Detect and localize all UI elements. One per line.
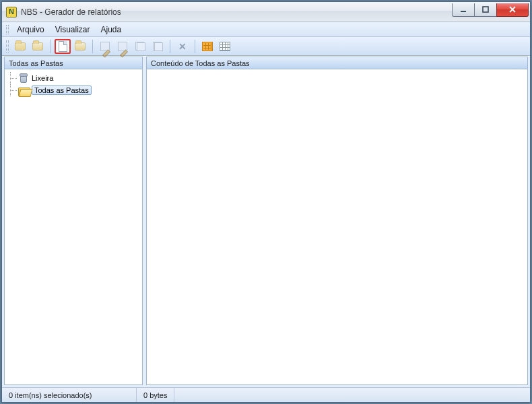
details-icon bbox=[220, 42, 230, 51]
edit-button[interactable] bbox=[97, 39, 113, 54]
svg-rect-0 bbox=[461, 11, 466, 12]
toolbar-grip-icon bbox=[6, 40, 9, 53]
toolbar-separator bbox=[50, 40, 51, 53]
folder-open-icon bbox=[75, 42, 86, 50]
status-selection: 0 item(ns) selecionado(s) bbox=[2, 388, 137, 402]
maximize-button[interactable] bbox=[474, 3, 497, 17]
content-pane-header: Conteúdo de Todas as Pastas bbox=[147, 57, 527, 69]
window-controls bbox=[453, 3, 529, 17]
tree-node-label: Todas as Pastas bbox=[32, 86, 92, 95]
menubar-grip-icon bbox=[6, 25, 9, 34]
title-bar[interactable]: N NBS - Gerador de relatórios bbox=[2, 2, 530, 22]
folders-pane-header: Todas as Pastas bbox=[5, 57, 142, 69]
open-document-button[interactable] bbox=[72, 39, 88, 54]
menu-file[interactable]: Arquivo bbox=[11, 24, 50, 36]
folder-tree[interactable]: Lixeira Todas as Pastas bbox=[5, 69, 142, 384]
open-folder-button[interactable] bbox=[30, 39, 46, 54]
close-button[interactable] bbox=[496, 3, 529, 17]
trash-icon bbox=[18, 73, 29, 83]
new-folder-button[interactable] bbox=[12, 39, 28, 54]
menu-help[interactable]: Ajuda bbox=[96, 24, 127, 36]
toolbar: ✕ bbox=[2, 37, 530, 56]
large-icons-icon bbox=[202, 42, 213, 51]
content-list[interactable] bbox=[147, 69, 527, 384]
menu-view[interactable]: Visualizar bbox=[50, 24, 96, 36]
rename-icon bbox=[118, 42, 127, 51]
svg-rect-1 bbox=[483, 7, 488, 12]
new-document-button[interactable] bbox=[55, 39, 71, 54]
delete-button[interactable]: ✕ bbox=[174, 39, 191, 54]
copy-icon bbox=[135, 42, 145, 51]
minimize-button[interactable] bbox=[452, 3, 475, 17]
duplicate-icon bbox=[153, 42, 163, 51]
edit-icon bbox=[100, 42, 110, 51]
document-icon bbox=[59, 41, 67, 52]
app-icon: N bbox=[6, 7, 17, 18]
tree-node-label: Lixeira bbox=[32, 74, 53, 82]
content-pane: Conteúdo de Todas as Pastas bbox=[146, 57, 528, 385]
folder-icon bbox=[15, 42, 26, 50]
details-view-button[interactable] bbox=[217, 39, 233, 54]
copy-button[interactable] bbox=[132, 39, 148, 54]
toolbar-separator bbox=[195, 40, 195, 53]
large-icons-view-button[interactable] bbox=[199, 39, 215, 54]
window-title: NBS - Gerador de relatórios bbox=[21, 7, 453, 17]
app-window: N NBS - Gerador de relatórios Arquivo Vi… bbox=[1, 1, 531, 403]
folder-open-icon bbox=[18, 86, 29, 95]
tree-node-all-folders[interactable]: Todas as Pastas bbox=[6, 84, 141, 96]
toolbar-separator bbox=[170, 40, 170, 53]
delete-icon: ✕ bbox=[178, 42, 187, 51]
status-bar: 0 item(ns) selecionado(s) 0 bytes bbox=[2, 387, 530, 402]
folder-open-icon bbox=[32, 42, 43, 50]
duplicate-button[interactable] bbox=[149, 39, 166, 54]
toolbar-separator bbox=[92, 40, 93, 53]
menu-bar: Arquivo Visualizar Ajuda bbox=[2, 22, 530, 37]
rename-button[interactable] bbox=[114, 39, 131, 54]
folders-pane: Todas as Pastas Lixeira Todas as Pastas bbox=[4, 57, 143, 385]
content-area: Todas as Pastas Lixeira Todas as Pastas bbox=[2, 56, 530, 387]
tree-node-trash[interactable]: Lixeira bbox=[6, 72, 141, 84]
status-size: 0 bytes bbox=[137, 388, 174, 402]
